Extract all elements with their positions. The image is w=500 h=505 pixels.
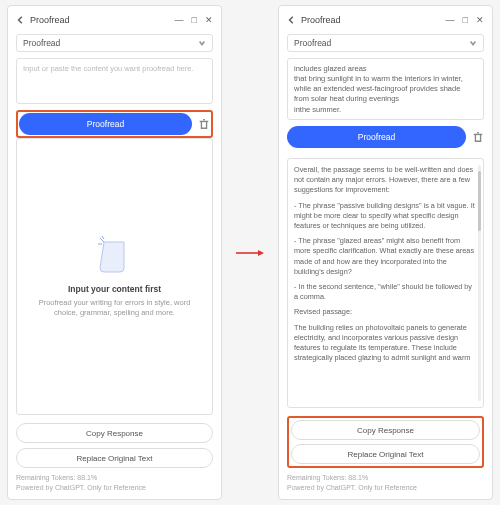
arrow-icon	[236, 247, 264, 259]
proofread-pane-empty: Proofread — □ ✕ Proofread Input or paste…	[7, 5, 222, 500]
powered-by: Powered by ChatGPT. Only for Reference	[16, 483, 213, 493]
maximize-icon[interactable]: □	[463, 15, 468, 25]
svg-line-2	[102, 236, 104, 239]
back-icon[interactable]	[16, 15, 26, 25]
scrollbar-thumb[interactable]	[478, 171, 481, 231]
proofread-button[interactable]: Proofread	[287, 126, 466, 148]
input-textarea[interactable]: Input or paste the content you want proo…	[16, 58, 213, 104]
proofread-button[interactable]: Proofread	[19, 113, 192, 135]
replace-original-button[interactable]: Replace Original Text	[16, 448, 213, 468]
mode-select-label: Proofread	[23, 38, 60, 48]
chevron-down-icon	[198, 39, 206, 47]
powered-by: Powered by ChatGPT. Only for Reference	[287, 483, 484, 493]
window-title: Proofread	[30, 15, 70, 25]
footer: Remaining Tokens: 88.1% Powered by ChatG…	[16, 473, 213, 493]
empty-illustration	[90, 236, 140, 276]
minimize-icon[interactable]: —	[446, 15, 455, 25]
mode-select[interactable]: Proofread	[16, 34, 213, 52]
mode-select-label: Proofread	[294, 38, 331, 48]
result-paragraph: Overall, the passage seems to be well-wr…	[294, 165, 477, 196]
input-textarea[interactable]: includes glazed areas that bring sunligh…	[287, 58, 484, 120]
input-content: includes glazed areas that bring sunligh…	[294, 64, 463, 114]
svg-marker-4	[258, 250, 264, 256]
back-icon[interactable]	[287, 15, 297, 25]
titlebar: Proofread — □ ✕	[16, 12, 213, 28]
close-icon[interactable]: ✕	[205, 15, 213, 25]
result-area: Overall, the passage seems to be well-wr…	[287, 158, 484, 408]
result-revised: The building relies on photovoltaic pane…	[294, 323, 477, 364]
trash-icon[interactable]	[198, 118, 210, 130]
window-title: Proofread	[301, 15, 341, 25]
mode-select[interactable]: Proofread	[287, 34, 484, 52]
footer: Remaining Tokens: 88.1% Powered by ChatG…	[287, 473, 484, 493]
maximize-icon[interactable]: □	[192, 15, 197, 25]
chevron-down-icon	[469, 39, 477, 47]
remaining-tokens: Remaining Tokens: 88.1%	[287, 473, 484, 483]
result-area-empty: Input your content first Proofread your …	[16, 138, 213, 415]
scrollbar[interactable]	[478, 165, 481, 401]
remaining-tokens: Remaining Tokens: 88.1%	[16, 473, 213, 483]
copy-response-button[interactable]: Copy Response	[16, 423, 213, 443]
empty-title: Input your content first	[68, 284, 161, 294]
highlight-action-buttons: Copy Response Replace Original Text	[287, 416, 484, 468]
titlebar: Proofread — □ ✕	[287, 12, 484, 28]
input-placeholder: Input or paste the content you want proo…	[23, 64, 194, 73]
copy-response-button[interactable]: Copy Response	[291, 420, 480, 440]
result-bullet: - The phrase "passive building designs" …	[294, 201, 477, 232]
empty-subtitle: Proofread your writing for errors in sty…	[23, 298, 206, 318]
minimize-icon[interactable]: —	[175, 15, 184, 25]
proofread-pane-result: Proofread — □ ✕ Proofread includes glaze…	[278, 5, 493, 500]
close-icon[interactable]: ✕	[476, 15, 484, 25]
result-bullet: - The phrase "glazed areas" might also b…	[294, 236, 477, 277]
highlight-proofread-row: Proofread	[16, 110, 213, 138]
trash-icon[interactable]	[472, 131, 484, 143]
result-revised-label: Revised passage:	[294, 307, 352, 317]
replace-original-button[interactable]: Replace Original Text	[291, 444, 480, 464]
result-bullet: - In the second sentence, "while" should…	[294, 282, 477, 302]
